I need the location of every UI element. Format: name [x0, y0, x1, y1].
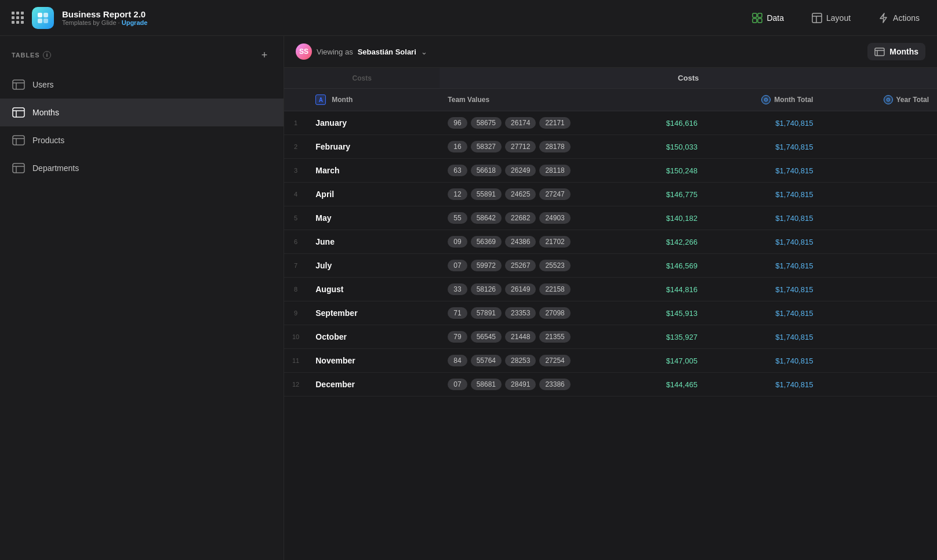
users-table-icon — [12, 78, 26, 92]
table-row[interactable]: 4 April 12 55891 24625 27247 $146,775 $1… — [284, 183, 937, 206]
team-pill: 07 — [448, 379, 467, 390]
layout-nav-button[interactable]: Layout — [806, 9, 856, 27]
row-month-total: $150,033 — [638, 135, 706, 159]
svg-rect-8 — [812, 13, 822, 23]
table-row[interactable]: 9 September 71 57891 23353 27098 $145,91… — [284, 301, 937, 325]
table-row[interactable]: 7 July 07 59972 25267 25523 $146,569 $1,… — [284, 254, 937, 278]
sidebar-item-departments[interactable]: Departments — [0, 154, 284, 182]
team-pill: 24903 — [539, 212, 570, 224]
upgrade-link[interactable]: Upgrade — [122, 19, 148, 26]
team-pill: 56618 — [471, 165, 502, 176]
svg-rect-6 — [753, 19, 757, 23]
row-month: September — [307, 301, 440, 325]
table-row[interactable]: 1 January 96 58675 26174 22171 $146,616 … — [284, 111, 937, 135]
sidebar-item-products[interactable]: Products — [0, 126, 284, 154]
row-team-values: 07 58681 28491 23386 — [440, 373, 637, 397]
team-pill: 24625 — [505, 188, 536, 200]
content-header: SS Viewing as Sebastián Solari ⌄ Months — [284, 36, 937, 68]
th-costs-span: Costs — [440, 68, 937, 89]
row-year-total: $1,740,815 — [706, 135, 822, 159]
svg-rect-5 — [758, 13, 762, 17]
viewing-as-selector[interactable]: SS Viewing as Sebastián Solari ⌄ — [296, 43, 427, 60]
table-row[interactable]: 11 November 84 55764 28253 27254 $147,00… — [284, 349, 937, 373]
row-num: 4 — [284, 183, 307, 206]
row-num: 11 — [284, 349, 307, 373]
svg-rect-3 — [43, 19, 48, 23]
table-row[interactable]: 2 February 16 58327 27712 28178 $150,033… — [284, 135, 937, 159]
row-month: April — [307, 183, 440, 206]
sidebar-item-months[interactable]: Months — [0, 99, 284, 126]
team-pill: 25523 — [539, 260, 570, 271]
row-month-total: $147,005 — [638, 349, 706, 373]
team-pill: 28178 — [539, 141, 570, 152]
team-pill: 21355 — [539, 331, 570, 343]
th-month-total[interactable]: ⊙ Month Total — [706, 89, 822, 111]
add-table-button[interactable]: + — [257, 48, 272, 63]
row-month-total: $146,775 — [638, 183, 706, 206]
team-pill: 25267 — [505, 260, 536, 271]
row-month: June — [307, 230, 440, 254]
layout-nav-label: Layout — [826, 13, 851, 23]
row-team-values: 16 58327 27712 28178 — [440, 135, 637, 159]
row-month-total: $135,927 — [638, 325, 706, 349]
team-pill: 27247 — [539, 188, 570, 200]
sidebar-item-users[interactable]: Users — [0, 71, 284, 99]
tables-label: TABLES i — [12, 51, 51, 59]
row-month: November — [307, 349, 440, 373]
actions-nav-button[interactable]: Actions — [873, 9, 925, 27]
row-year-total: $1,740,815 — [706, 183, 822, 206]
team-pill: 26149 — [505, 283, 536, 295]
months-view-badge[interactable]: Months — [867, 43, 925, 60]
team-pill: 55764 — [471, 355, 502, 366]
grid-menu-icon[interactable] — [12, 12, 24, 24]
team-pill: 55 — [448, 212, 467, 224]
th-month[interactable]: A Month — [307, 89, 440, 111]
row-month: October — [307, 325, 440, 349]
row-year-total: $1,740,815 — [706, 349, 822, 373]
svg-rect-23 — [875, 48, 884, 56]
data-icon — [752, 13, 762, 23]
team-pill: 22158 — [539, 283, 570, 295]
row-year-total: $1,740,815 — [706, 254, 822, 278]
row-team-values: 09 56369 24386 21702 — [440, 230, 637, 254]
info-icon[interactable]: i — [43, 51, 51, 59]
months-badge-icon — [874, 46, 885, 57]
row-num: 7 — [284, 254, 307, 278]
th-row-num — [284, 89, 307, 111]
table-row[interactable]: 12 December 07 58681 28491 23386 $144,46… — [284, 373, 937, 397]
row-year-total: $1,740,815 — [706, 206, 822, 230]
row-month: January — [307, 111, 440, 135]
team-pill: 58675 — [471, 117, 502, 129]
team-pill: 27098 — [539, 307, 570, 319]
row-year-total: $1,740,815 — [706, 230, 822, 254]
team-pill: 23386 — [539, 379, 570, 390]
row-month: December — [307, 373, 440, 397]
team-pill: 59972 — [471, 260, 502, 271]
table-row[interactable]: 6 June 09 56369 24386 21702 $142,266 $1,… — [284, 230, 937, 254]
svg-rect-11 — [13, 80, 24, 89]
team-pill: 28118 — [539, 165, 570, 176]
th-year-total[interactable]: ⊙ Year Total — [821, 89, 937, 111]
svg-rect-17 — [13, 136, 24, 145]
row-year-total: $1,740,815 — [706, 373, 822, 397]
th-team-values[interactable]: Team Values — [440, 89, 706, 111]
team-pill: 58126 — [471, 283, 502, 295]
content-area: SS Viewing as Sebastián Solari ⌄ Months — [284, 36, 937, 560]
th-costs: Costs — [284, 68, 440, 89]
team-pill: 58327 — [471, 141, 502, 152]
row-month: March — [307, 159, 440, 183]
table-row[interactable]: 10 October 79 56545 21448 21355 $135,927… — [284, 325, 937, 349]
app-subtitle: Templates by Glide · Upgrade — [62, 19, 147, 26]
data-nav-button[interactable]: Data — [746, 9, 790, 27]
months-badge-label: Months — [889, 47, 918, 56]
team-pill: 63 — [448, 165, 467, 176]
team-pill: 09 — [448, 236, 467, 248]
table-row[interactable]: 3 March 63 56618 26249 28118 $150,248 $1… — [284, 159, 937, 183]
table-row[interactable]: 5 May 55 58642 22682 24903 $140,182 $1,7… — [284, 206, 937, 230]
data-table-container[interactable]: Costs Costs A Month — [284, 68, 937, 560]
tables-header: TABLES i + — [0, 48, 284, 71]
table-row[interactable]: 8 August 33 58126 26149 22158 $144,816 $… — [284, 278, 937, 301]
team-pill: 55891 — [471, 188, 502, 200]
row-team-values: 07 59972 25267 25523 — [440, 254, 637, 278]
row-num: 1 — [284, 111, 307, 135]
